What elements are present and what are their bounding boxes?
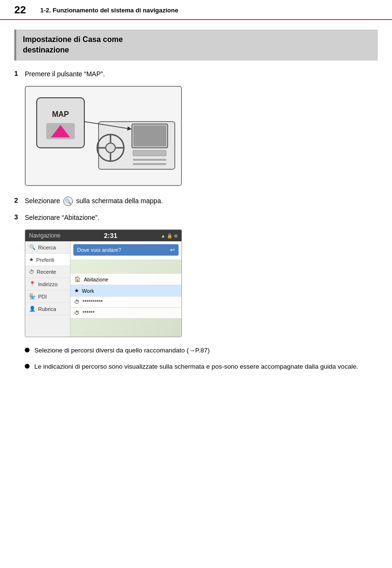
step-text-1: Premere il pulsante “MAP”. bbox=[25, 69, 105, 79]
nav-back-arrow-icon[interactable]: ↩ bbox=[170, 247, 175, 253]
nav-status-icons: ▲ 🔒 ⊗ bbox=[161, 233, 178, 238]
nav-sidebar: 🔍 Ricerca ★ Preferiti ⏱ Recente 📍 Indiri… bbox=[25, 241, 70, 337]
step-2: 2 Selezionare 🔍 sulla schermata della ma… bbox=[14, 196, 378, 206]
nav-list-item-recent-2[interactable]: ⏱ ****** bbox=[70, 308, 181, 319]
home-icon: 🏠 bbox=[74, 276, 81, 282]
map-button-diagram: MAP bbox=[25, 86, 378, 187]
bullet-item-2: Le indicazioni di percorso sono visualiz… bbox=[25, 362, 378, 372]
store-icon: 🏪 bbox=[29, 293, 36, 299]
nav-list-item-recent-1[interactable]: ⏱ ********** bbox=[70, 297, 181, 308]
star-icon-work: ★ bbox=[74, 288, 79, 294]
contact-icon: 👤 bbox=[29, 306, 36, 312]
nav-time: 2:31 bbox=[104, 232, 117, 239]
sidebar-label-preferiti: Preferiti bbox=[36, 257, 54, 263]
nav-list-item-work[interactable]: ★ Work bbox=[70, 285, 181, 297]
sidebar-label-indirizzo: Indirizzo bbox=[38, 281, 58, 287]
star-icon: ★ bbox=[29, 257, 34, 263]
nav-destinations-list: 🏠 Abitazione ★ Work ⏱ ********** ⏱ *****… bbox=[70, 274, 181, 319]
step-number-1: 1 bbox=[14, 70, 25, 77]
nav-main-panel: Dove vuoi andare? ↩ 🏠 Abitazione ★ Work bbox=[70, 241, 181, 337]
bullet-text-1: Selezione di percorsi diversi da quello … bbox=[34, 346, 210, 355]
nav-item-label-abitazione: Abitazione bbox=[84, 277, 108, 282]
bullet-text-2: Le indicazioni di percorso sono visualiz… bbox=[34, 362, 358, 372]
sidebar-item-recente[interactable]: ⏱ Recente bbox=[25, 266, 70, 278]
main-content: Impostazione di Casa come destinazione 1… bbox=[0, 20, 392, 393]
step-number-2: 2 bbox=[14, 196, 25, 204]
svg-rect-8 bbox=[133, 150, 166, 156]
clock-icon-1: ⏱ bbox=[74, 299, 80, 305]
sidebar-label-ricerca: Ricerca bbox=[38, 245, 56, 250]
bullet-dot-1 bbox=[25, 348, 30, 352]
clock-icon-2: ⏱ bbox=[74, 310, 80, 316]
sidebar-label-rubrica: Rubrica bbox=[38, 306, 56, 312]
page-number: 22 bbox=[14, 4, 26, 16]
sidebar-label-pdi: PDI bbox=[38, 294, 47, 299]
svg-rect-16 bbox=[133, 163, 166, 165]
step-text-2: Selezionare 🔍 sulla schermata della mapp… bbox=[25, 196, 163, 206]
svg-rect-1 bbox=[37, 98, 84, 148]
nav-header: Navigazione 2:31 ▲ 🔒 ⊗ bbox=[25, 230, 181, 241]
section-title-box: Impostazione di Casa come destinazione bbox=[14, 30, 378, 61]
svg-text:MAP: MAP bbox=[52, 110, 69, 118]
chapter-title: 1-2. Funzionamento del sistema di naviga… bbox=[40, 7, 178, 14]
nav-item-label-work: Work bbox=[82, 288, 94, 294]
sidebar-item-pdi[interactable]: 🏪 PDI bbox=[25, 290, 70, 303]
clock-icon: ⏱ bbox=[29, 269, 34, 275]
svg-point-10 bbox=[106, 143, 115, 153]
step-3: 3 Selezionare “Abitazione”. bbox=[14, 213, 378, 223]
location-icon: 📍 bbox=[29, 281, 36, 287]
svg-rect-15 bbox=[133, 159, 166, 161]
search-icon-inline: 🔍 bbox=[63, 196, 73, 206]
bullet-list: Selezione di percorsi diversi da quello … bbox=[25, 346, 378, 372]
step-number-3: 3 bbox=[14, 213, 25, 221]
svg-rect-7 bbox=[133, 125, 166, 146]
sidebar-label-recente: Recente bbox=[37, 269, 56, 275]
step-1: 1 Premere il pulsante “MAP”. bbox=[14, 69, 378, 79]
page-header: 22 1-2. Funzionamento del sistema di nav… bbox=[0, 0, 392, 20]
nav-body: 🔍 Ricerca ★ Preferiti ⏱ Recente 📍 Indiri… bbox=[25, 241, 181, 337]
sidebar-item-ricerca[interactable]: 🔍 Ricerca bbox=[25, 241, 70, 254]
nav-search-bar[interactable]: Dove vuoi andare? ↩ bbox=[73, 244, 179, 256]
nav-item-label-recent-1: ********** bbox=[82, 299, 103, 305]
search-icon: 🔍 bbox=[29, 244, 36, 250]
sidebar-item-preferiti[interactable]: ★ Preferiti bbox=[25, 254, 70, 266]
step-text-3: Selezionare “Abitazione”. bbox=[25, 213, 99, 223]
nav-item-label-recent-2: ****** bbox=[82, 310, 95, 316]
nav-screenshot: Navigazione 2:31 ▲ 🔒 ⊗ 🔍 Ricerca ★ Prefe… bbox=[25, 229, 182, 337]
bullet-item-1: Selezione di percorsi diversi da quello … bbox=[25, 346, 378, 355]
bullet-dot-2 bbox=[25, 364, 30, 369]
nav-ui-title: Navigazione bbox=[29, 232, 60, 239]
section-title: Impostazione di Casa come destinazione bbox=[23, 34, 371, 56]
nav-search-text: Dove vuoi andare? bbox=[77, 247, 170, 253]
sidebar-item-indirizzo[interactable]: 📍 Indirizzo bbox=[25, 278, 70, 290]
sidebar-item-rubrica[interactable]: 👤 Rubrica bbox=[25, 303, 70, 315]
nav-list-item-abitazione[interactable]: 🏠 Abitazione bbox=[70, 274, 181, 285]
